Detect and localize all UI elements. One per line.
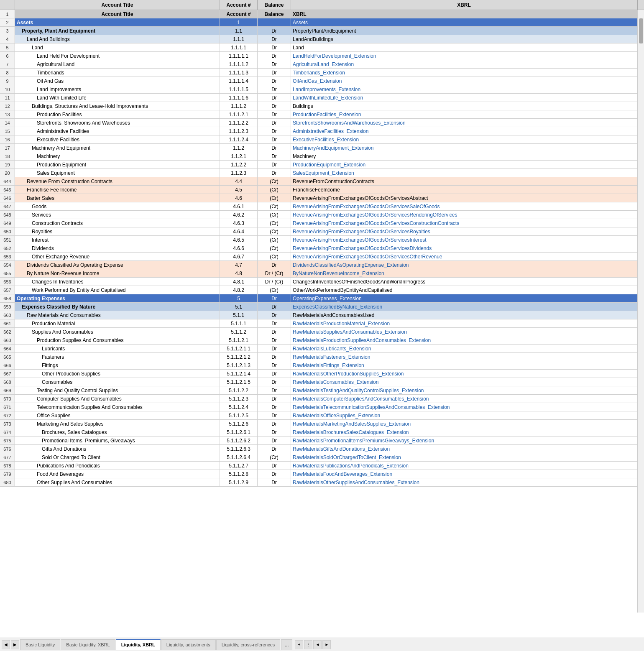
col-header-d[interactable]: XBRL [291, 0, 637, 10]
table-row[interactable]: 672Office Supplies5.1.1.2.5DrRawMaterial… [0, 411, 644, 420]
col-header-b[interactable]: Account # [220, 0, 258, 10]
table-row[interactable]: 659Expenses Classified By Nature5.1DrExp… [0, 303, 644, 311]
table-row[interactable]: 2Assets1Assets [0, 18, 644, 27]
cell-row-num: 9 [0, 77, 15, 85]
table-row[interactable]: 670Computer Supplies And Consumables5.1.… [0, 395, 644, 403]
table-row[interactable]: 662Supplies And Consumables5.1.1.2DrRawM… [0, 328, 644, 336]
table-row[interactable]: 661Production Material5.1.1.1DrRawMateri… [0, 319, 644, 328]
table-row[interactable]: 1Account TitleAccount #BalanceXBRL [0, 10, 644, 18]
table-row[interactable]: 660Raw Materials And Consumables5.1.1DrR… [0, 311, 644, 319]
cell-row-num: 655 [0, 269, 15, 277]
cell-xbrl: RawMaterialsConsumables_Extension [291, 378, 644, 386]
table-row[interactable]: 4Land And Buildings1.1.1DrLandAndBuildin… [0, 35, 644, 43]
cell-row-num: 3 [0, 27, 15, 35]
sheet-tab[interactable]: Liquidity, cross-references [216, 639, 281, 650]
table-row[interactable]: 665Fasteners5.1.1.2.1.2DrRawMaterialsFas… [0, 353, 644, 361]
sheet-tab[interactable]: Liquidity, adjustments [161, 639, 216, 650]
cell-xbrl: Buildings [291, 102, 644, 110]
table-row[interactable]: 15Administrative Facilities1.1.1.2.3DrAd… [0, 127, 644, 135]
tab-nav-left[interactable]: ◀ [2, 640, 10, 649]
cell-account-num: 1.1.2 [220, 144, 258, 152]
table-row[interactable]: 3Property, Plant And Equipment1.1DrPrope… [0, 27, 644, 35]
table-row[interactable]: 652Dividends4.6.6(Cr)RevenueArisingFromE… [0, 244, 644, 253]
table-row[interactable]: 18Machinery1.1.2.1DrMachinery [0, 152, 644, 161]
table-row[interactable]: 10Land Improvements1.1.1.1.5DrLandImprov… [0, 85, 644, 94]
table-row[interactable]: 654Dividends Classified As Operating Exp… [0, 261, 644, 269]
col-header-a[interactable]: Account Title [15, 0, 220, 10]
table-row[interactable]: 680Other Supplies And Consumables5.1.1.2… [0, 478, 644, 487]
table-row[interactable]: 658Operating Expenses5DrOperatingExpense… [0, 294, 644, 303]
table-row[interactable]: 674Brochures, Sales Catalogues5.1.1.2.6.… [0, 428, 644, 437]
scrollbar-thumb[interactable] [639, 18, 643, 43]
cell-row-num: 16 [0, 135, 15, 143]
table-row[interactable]: 679Food And Beverages5.1.1.2.8DrRawMater… [0, 470, 644, 478]
table-row[interactable]: 648Services4.6.2(Cr)RevenueArisingFromEx… [0, 211, 644, 219]
cell-balance: Dr / (Cr) [258, 278, 291, 286]
cell-balance: Dr [258, 411, 291, 419]
table-row[interactable]: 645Franchise Fee Income4.5(Cr)FranchiseF… [0, 186, 644, 194]
table-row[interactable]: 673Marketing And Sales Supplies5.1.1.2.6… [0, 420, 644, 428]
cell-account-title: Computer Supplies And Consumables [15, 395, 220, 403]
table-row[interactable]: 669Testing And Quality Control Supplies5… [0, 386, 644, 395]
col-header-c[interactable]: Balance [258, 0, 291, 10]
table-row[interactable]: 647Goods4.6.1(Cr)RevenueArisingFromExcha… [0, 202, 644, 211]
table-row[interactable]: 671Telecommunication Supplies And Consum… [0, 403, 644, 411]
table-row[interactable]: 646Barter Sales4.6(Cr)RevenueArisingFrom… [0, 194, 644, 202]
table-row[interactable]: 664Lubricants5.1.1.2.1.1DrRawMaterialsLu… [0, 345, 644, 353]
table-row[interactable]: 20Sales Equipment1.1.2.3DrSalesEquipment… [0, 169, 644, 177]
cell-xbrl: RawMaterialsFoodAndBeverages_Extension [291, 470, 644, 478]
table-row[interactable]: 5Land1.1.1.1DrLand [0, 43, 644, 52]
cell-balance: Dr [258, 261, 291, 269]
table-row[interactable]: 656Changes In Inventories4.8.1Dr / (Cr)C… [0, 278, 644, 286]
table-row[interactable]: 675Promotional Items, Premiums, Giveaway… [0, 437, 644, 445]
cell-row-num: 650 [0, 227, 15, 235]
tab-options[interactable]: ⋮ [304, 640, 312, 649]
cell-account-title: Dividends [15, 244, 220, 252]
cell-xbrl: MachineryAndEquipment_Extension [291, 144, 644, 152]
cell-account-title: Fittings [15, 361, 220, 369]
cell-balance: Dr [258, 445, 291, 453]
table-row[interactable]: 644Revenue From Construction Contracts4.… [0, 177, 644, 186]
table-row[interactable]: 650Royalties4.6.4(Cr)RevenueArisingFromE… [0, 227, 644, 236]
table-row[interactable]: 6Land Held For Development1.1.1.1.1DrLan… [0, 52, 644, 60]
table-row[interactable]: 17Machinery And Equipment1.1.2DrMachiner… [0, 144, 644, 152]
table-row[interactable]: 663Production Supplies And Consumables5.… [0, 336, 644, 345]
tab-add[interactable]: + [295, 640, 303, 649]
sheet-tab[interactable]: Basic Liquidity, XBRL [61, 639, 115, 650]
tab-more[interactable]: ... [281, 639, 292, 650]
tab-scroll-left[interactable]: ◄ [313, 640, 322, 649]
table-row[interactable]: 11Land With Limited Life1.1.1.1.6DrLandW… [0, 94, 644, 102]
table-row[interactable]: 13Production Facilities1.1.1.2.1DrProduc… [0, 110, 644, 119]
table-row[interactable]: 655By Nature Non-Revenue Income4.8Dr / (… [0, 269, 644, 278]
cell-balance: Dr [258, 110, 291, 118]
table-row[interactable]: 676Gifts And Donations5.1.1.2.6.3DrRawMa… [0, 445, 644, 453]
table-row[interactable]: 14Storefronts, Showrooms And Warehouses1… [0, 119, 644, 127]
table-row[interactable]: 19Production Equipment1.1.2.2DrProductio… [0, 161, 644, 169]
table-row[interactable]: 666Fittings5.1.1.2.1.3DrRawMaterialsFitt… [0, 361, 644, 370]
sheet-tab[interactable]: Basic Liquidity [20, 639, 60, 650]
table-row[interactable]: 653Other Exchange Revenue4.6.7(Cr)Revenu… [0, 253, 644, 261]
scrollbar-vertical[interactable] [637, 10, 644, 613]
cell-account-title: Machinery And Equipment [15, 144, 220, 152]
table-row[interactable]: 8Timberlands1.1.1.1.3DrTimberlands_Exten… [0, 69, 644, 77]
table-row[interactable]: 677Sold Or Charged To Client5.1.1.2.6.4(… [0, 453, 644, 462]
table-row[interactable]: 668Consumables5.1.1.2.1.5DrRawMaterialsC… [0, 378, 644, 386]
table-row[interactable]: 667Other Production Supplies5.1.1.2.1.4D… [0, 370, 644, 378]
tab-scroll-right[interactable]: ► [322, 640, 331, 649]
table-row[interactable]: 678Publications And Periodicals5.1.1.2.7… [0, 462, 644, 470]
table-row[interactable]: 651Interest4.6.5(Cr)RevenueArisingFromEx… [0, 236, 644, 244]
table-row[interactable]: 7Agricultural Land1.1.1.1.2DrAgricultura… [0, 60, 644, 69]
table-row[interactable]: 657Work Performed By Entity And Capitali… [0, 286, 644, 294]
cell-account-title: Testing And Quality Control Supplies [15, 386, 220, 394]
table-row[interactable]: 16Executive Facilities1.1.1.2.4DrExecuti… [0, 135, 644, 144]
sheet-tab[interactable]: Liquidity, XBRL [116, 639, 161, 650]
table-row[interactable]: 9Oil And Gas1.1.1.1.4DrOilAndGas_Extensi… [0, 77, 644, 85]
tab-nav-right[interactable]: ▶ [11, 640, 19, 649]
table-row[interactable]: 12Buildings, Structures And Lease-Hold I… [0, 102, 644, 110]
cell-xbrl: RevenueArisingFromExchangesOfGoodsOrServ… [291, 227, 644, 235]
cell-xbrl: RawMaterialsOtherProductionSupplies_Exte… [291, 370, 644, 378]
cell-balance: Dr [258, 60, 291, 68]
table-row[interactable]: 649Construction Contracts4.6.3(Cr)Revenu… [0, 219, 644, 227]
cell-row-num: 660 [0, 311, 15, 319]
cell-account-title: Agricultural Land [15, 60, 220, 68]
